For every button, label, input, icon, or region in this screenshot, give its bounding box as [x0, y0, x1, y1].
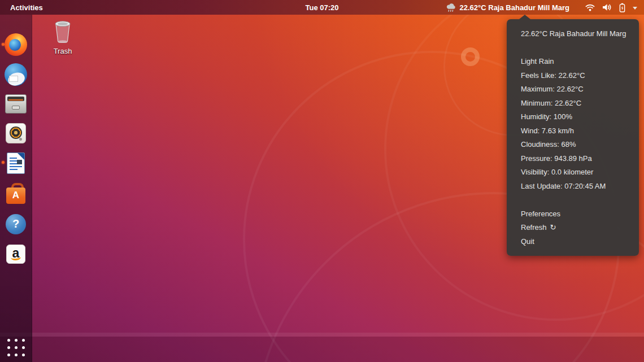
battery-charging-icon	[619, 3, 625, 12]
chevron-down-icon	[633, 7, 637, 10]
menu-item-preferences[interactable]: Preferences	[507, 207, 639, 221]
weather-detail-maximum: Maximum: 22.62°C	[507, 82, 639, 97]
launcher-item-rhythmbox[interactable]	[0, 118, 32, 148]
weather-menu-header: 22.62°C Raja Bahadur Mill Marg	[507, 27, 639, 41]
menu-item-quit[interactable]: Quit	[507, 235, 639, 249]
weather-indicator-button[interactable]: 22.62°C Raja Bahadur Mill Marg	[443, 3, 572, 12]
weather-detail-minimum: Minimum: 22.62°C	[507, 97, 639, 111]
launcher-item-amazon[interactable]: a	[0, 239, 32, 269]
wifi-icon	[585, 4, 595, 11]
refresh-icon: ↻	[550, 221, 556, 235]
rhythmbox-icon	[6, 123, 26, 143]
wallpaper-ring-motif	[461, 47, 480, 66]
system-status-menu-button[interactable]	[583, 3, 639, 12]
activities-button[interactable]: Activities	[6, 3, 47, 12]
wallpaper-bottom-shade	[0, 337, 644, 362]
rain-cloud-icon	[446, 3, 456, 12]
launcher-item-libreoffice-writer[interactable]	[0, 148, 32, 178]
amazon-icon: a	[6, 245, 25, 264]
apps-grid-icon	[7, 339, 25, 356]
weather-detail-humidity: Humidity: 100%	[507, 110, 639, 124]
firefox-icon	[5, 33, 27, 56]
launcher-item-files[interactable]	[0, 89, 32, 119]
weather-indicator-label: 22.62°C Raja Bahadur Mill Marg	[460, 3, 569, 12]
menu-item-refresh[interactable]: Refresh↻	[507, 221, 639, 235]
clock[interactable]: Tue 07:20	[305, 3, 338, 12]
launcher-item-thunderbird[interactable]	[0, 59, 32, 89]
trash-icon	[53, 19, 73, 44]
weather-detail-last-update: Last Update: 07:20:45 AM	[507, 180, 639, 194]
libreoffice-writer-icon	[7, 152, 25, 174]
ubuntu-software-icon: A	[6, 182, 26, 205]
launcher-item-firefox[interactable]	[0, 29, 32, 59]
help-icon: ?	[6, 214, 26, 234]
launcher-dock: A ? a	[0, 15, 32, 362]
weather-condition: Light Rain	[507, 55, 639, 69]
launcher-item-help[interactable]: ?	[0, 209, 32, 239]
trash-desktop-icon[interactable]: Trash	[47, 19, 78, 55]
weather-menu-popup: 22.62°C Raja Bahadur Mill Marg Light Rai…	[507, 19, 639, 256]
top-panel: Activities Tue 07:20 22.62°C Raja Bahadu…	[0, 0, 644, 15]
show-applications-button[interactable]	[0, 336, 32, 359]
panel-right-cluster: 22.62°C Raja Bahadur Mill Marg	[443, 3, 639, 12]
refresh-label: Refresh	[521, 223, 547, 232]
weather-detail-pressure: Pressure: 943.89 hPa	[507, 152, 639, 166]
wallpaper-bottom-stripe	[0, 333, 644, 337]
launcher-item-ubuntu-software[interactable]: A	[0, 178, 32, 208]
weather-detail-wind: Wind: 7.63 km/h	[507, 124, 639, 138]
trash-label: Trash	[47, 47, 78, 55]
weather-detail-feels-like: Feels Like: 22.62°C	[507, 69, 639, 83]
weather-detail-cloudiness: Cloudiness: 68%	[507, 138, 639, 152]
thunderbird-icon	[5, 63, 27, 86]
volume-icon	[602, 3, 612, 11]
weather-detail-visibility: Visibility: 0.0 kilometer	[507, 165, 639, 180]
files-icon	[5, 94, 27, 114]
